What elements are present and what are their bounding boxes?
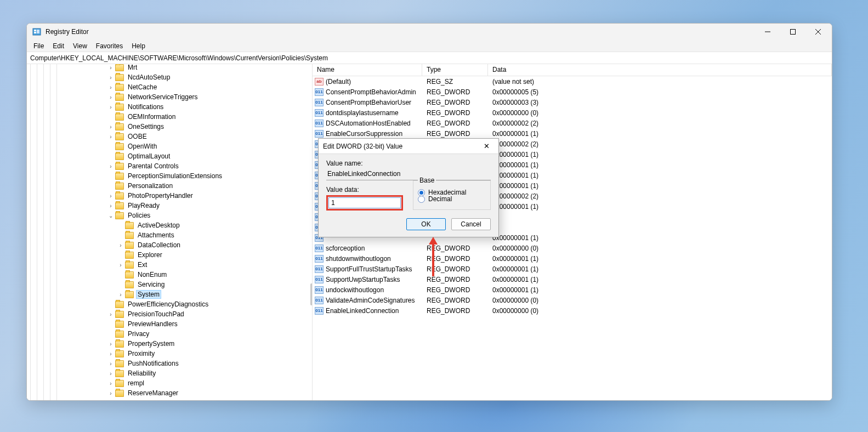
tree-pane[interactable]: ›Mrt›NcdAutoSetup›NetCache›NetworkServic… bbox=[27, 64, 313, 400]
tree-node-ext[interactable]: ›Ext bbox=[58, 260, 224, 270]
tree-node-openwith[interactable]: OpenWith bbox=[58, 141, 224, 151]
tree-node-servicing[interactable]: Servicing bbox=[58, 280, 224, 289]
folder-icon bbox=[125, 252, 134, 259]
tree-node-activedesktop[interactable]: ActiveDesktop bbox=[58, 220, 224, 230]
tree-node-oobe[interactable]: ›OOBE bbox=[58, 132, 224, 141]
tree-node-reliability[interactable]: ›Reliability bbox=[58, 368, 224, 378]
tree-node-ncdautosetup[interactable]: ›NcdAutoSetup bbox=[58, 72, 224, 82]
value-row[interactable]: 011scforceoptionREG_DWORD0x00000000 (0) bbox=[313, 243, 832, 253]
col-name[interactable]: Name bbox=[313, 64, 422, 76]
cancel-button[interactable]: Cancel bbox=[451, 218, 491, 230]
tree-node-precisiontouchpad[interactable]: ›PrecisionTouchPad bbox=[58, 309, 224, 319]
maximize-button[interactable] bbox=[780, 24, 805, 40]
tree-node-datacollection[interactable]: ›DataCollection bbox=[58, 240, 224, 250]
tree-node-privacy[interactable]: Privacy bbox=[58, 329, 224, 339]
chevron-right-icon[interactable]: › bbox=[107, 94, 115, 100]
menu-file[interactable]: File bbox=[29, 41, 48, 51]
chevron-right-icon[interactable]: › bbox=[107, 163, 115, 169]
minimize-button[interactable] bbox=[755, 24, 780, 40]
value-row[interactable]: 011SupportFullTrustStartupTasksREG_DWORD… bbox=[313, 264, 832, 274]
tree-node-networkservicetriggers[interactable]: ›NetworkServiceTriggers bbox=[58, 92, 224, 102]
close-button[interactable] bbox=[805, 24, 831, 40]
tree-node-playready[interactable]: ›PlayReady bbox=[58, 201, 224, 211]
splitter-handle[interactable] bbox=[310, 283, 313, 305]
ok-button[interactable]: OK bbox=[406, 218, 446, 230]
chevron-right-icon[interactable]: › bbox=[107, 124, 115, 130]
chevron-right-icon[interactable]: › bbox=[107, 390, 115, 396]
tree-node-photopropertyhandler[interactable]: ›PhotoPropertyHandler bbox=[58, 191, 224, 201]
menu-view[interactable]: View bbox=[69, 41, 92, 51]
tree-node-policies[interactable]: ⌄Policies bbox=[58, 211, 224, 220]
value-row[interactable]: 011SupportUwpStartupTasksREG_DWORD0x0000… bbox=[313, 274, 832, 285]
chevron-right-icon[interactable]: › bbox=[107, 134, 115, 140]
chevron-right-icon[interactable]: › bbox=[107, 104, 115, 110]
list-header[interactable]: Name Type Data bbox=[313, 64, 832, 76]
value-data-input[interactable] bbox=[328, 197, 401, 208]
dialog-titlebar[interactable]: Edit DWORD (32-bit) Value ✕ bbox=[319, 139, 498, 154]
tree-node-reservemanager[interactable]: ›ReserveManager bbox=[58, 388, 224, 398]
value-row[interactable]: 011ConsentPromptBehaviorAdminREG_DWORD0x… bbox=[313, 87, 832, 97]
tree-node-perceptionsimulationextensions[interactable]: PerceptionSimulationExtensions bbox=[58, 171, 224, 181]
value-name: shutdownwithoutlogon bbox=[326, 255, 391, 263]
tree-node-parental-controls[interactable]: ›Parental Controls bbox=[58, 161, 224, 171]
tree-node-proximity[interactable]: ›Proximity bbox=[58, 349, 224, 359]
value-row[interactable]: 011DSCAutomationHostEnabledREG_DWORD0x00… bbox=[313, 118, 832, 128]
tree-node-attachments[interactable]: Attachments bbox=[58, 230, 224, 240]
value-row[interactable]: 011EnableCursorSuppressionREG_DWORD0x000… bbox=[313, 128, 832, 139]
tree-node-personalization[interactable]: Personalization bbox=[58, 181, 224, 191]
chevron-right-icon[interactable]: › bbox=[117, 292, 124, 298]
radio-decimal[interactable]: Decimal bbox=[418, 195, 486, 203]
dialog-close-button[interactable]: ✕ bbox=[479, 140, 494, 153]
tree-label: Attachments bbox=[136, 231, 176, 240]
chevron-right-icon[interactable]: › bbox=[107, 193, 115, 199]
tree-node-netcache[interactable]: ›NetCache bbox=[58, 82, 224, 92]
chevron-right-icon[interactable]: › bbox=[107, 351, 115, 357]
chevron-right-icon[interactable]: › bbox=[107, 380, 115, 386]
chevron-right-icon[interactable]: › bbox=[107, 341, 115, 347]
value-row[interactable]: ab(Default)REG_SZ(value not set) bbox=[313, 76, 832, 87]
chevron-right-icon[interactable]: › bbox=[107, 84, 115, 90]
tree-node-mrt[interactable]: ›Mrt bbox=[58, 64, 224, 72]
menu-help[interactable]: Help bbox=[127, 41, 150, 51]
value-row[interactable]: 011shutdownwithoutlogonREG_DWORD0x000000… bbox=[313, 253, 832, 264]
chevron-right-icon[interactable]: › bbox=[107, 203, 115, 209]
tree-node-previewhandlers[interactable]: PreviewHandlers bbox=[58, 319, 224, 329]
tree-node-system[interactable]: ›System bbox=[58, 289, 224, 299]
tree-node-nonenum[interactable]: NonEnum bbox=[58, 270, 224, 280]
tree-node-rempl[interactable]: ›rempl bbox=[58, 378, 224, 388]
menu-favorites[interactable]: Favorites bbox=[92, 41, 127, 51]
tree-node-oeminformation[interactable]: OEMInformation bbox=[58, 112, 224, 122]
value-row[interactable]: 011dontdisplaylastusernameREG_DWORD0x000… bbox=[313, 107, 832, 118]
chevron-right-icon[interactable]: › bbox=[117, 262, 124, 268]
folder-icon bbox=[115, 390, 124, 397]
chevron-right-icon[interactable]: › bbox=[107, 361, 115, 367]
tree-node-notifications[interactable]: ›Notifications bbox=[58, 102, 224, 112]
chevron-right-icon[interactable]: › bbox=[107, 311, 115, 317]
tree-node-powerefficiencydiagnostics[interactable]: PowerEfficiencyDiagnostics bbox=[58, 299, 224, 309]
address-bar[interactable]: Computer\HKEY_LOCAL_MACHINE\SOFTWARE\Mic… bbox=[27, 52, 832, 64]
tree-node-onesettings[interactable]: ›OneSettings bbox=[58, 122, 224, 132]
titlebar[interactable]: Registry Editor bbox=[27, 24, 832, 40]
chevron-right-icon[interactable]: › bbox=[107, 371, 115, 377]
value-data: 0x00000000 (0) bbox=[488, 245, 832, 252]
chevron-right-icon[interactable]: › bbox=[117, 242, 124, 248]
value-type: REG_DWORD bbox=[422, 109, 488, 117]
col-type[interactable]: Type bbox=[422, 64, 488, 76]
tree-node-pushnotifications[interactable]: ›PushNotifications bbox=[58, 359, 224, 368]
col-data[interactable]: Data bbox=[488, 64, 832, 76]
value-row[interactable]: 011undockwithoutlogonREG_DWORD0x00000001… bbox=[313, 285, 832, 295]
tree-node-optimallayout[interactable]: OptimalLayout bbox=[58, 151, 224, 161]
menu-edit[interactable]: Edit bbox=[48, 41, 69, 51]
tree-label: Personalization bbox=[126, 181, 174, 190]
chevron-right-icon[interactable]: › bbox=[107, 65, 115, 71]
address-text: Computer\HKEY_LOCAL_MACHINE\SOFTWARE\Mic… bbox=[30, 54, 328, 62]
folder-icon bbox=[115, 360, 124, 367]
tree-node-explorer[interactable]: Explorer bbox=[58, 250, 224, 260]
tree-label: PlayReady bbox=[126, 201, 161, 210]
tree-node-propertysystem[interactable]: ›PropertySystem bbox=[58, 339, 224, 349]
chevron-down-icon[interactable]: ⌄ bbox=[107, 213, 115, 219]
value-row[interactable]: 011EnableLinkedConnectionREG_DWORD0x0000… bbox=[313, 305, 832, 316]
chevron-right-icon[interactable]: › bbox=[107, 75, 115, 81]
value-row[interactable]: 011ValidateAdminCodeSignaturesREG_DWORD0… bbox=[313, 295, 832, 305]
value-row[interactable]: 011ConsentPromptBehaviorUserREG_DWORD0x0… bbox=[313, 97, 832, 107]
